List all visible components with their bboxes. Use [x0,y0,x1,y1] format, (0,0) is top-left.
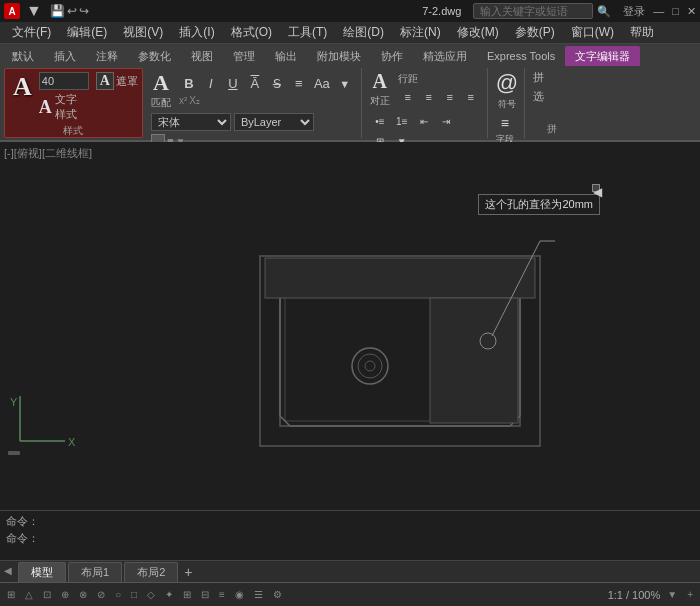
add-tab-button[interactable]: + [180,564,196,580]
override-label[interactable]: 遮罩 [116,74,138,89]
bold-button[interactable]: B [179,75,199,93]
status-lw[interactable]: ◇ [144,589,158,600]
font-select[interactable]: 宋体 [151,113,231,131]
menu-insert[interactable]: 插入(I) [171,22,222,43]
title-menu-icon[interactable]: ▼ [26,2,42,20]
menu-tools[interactable]: 工具(T) [280,22,335,43]
tab-output[interactable]: 输出 [265,46,307,66]
menu-dim[interactable]: 标注(N) [392,22,449,43]
italic-button[interactable]: I [201,75,221,93]
status-prop[interactable]: ☰ [251,589,266,600]
search-icon[interactable]: 🔍 [597,5,611,18]
underline-button[interactable]: U [223,75,243,93]
tab-featured[interactable]: 精选应用 [413,46,477,66]
tab-annotate[interactable]: 注释 [86,46,128,66]
text-style-label[interactable]: 文字样式 [55,92,77,122]
quick-access-undo[interactable]: ↩ [67,4,77,18]
tab-model[interactable]: 模型 [18,562,66,582]
menu-modify[interactable]: 修改(M) [449,22,507,43]
tab-view[interactable]: 视图 [181,46,223,66]
format-more[interactable]: ▼ [335,75,355,93]
tab-addons[interactable]: 附加模块 [307,46,371,66]
indent-increase-button[interactable]: ⇥ [436,112,456,130]
quick-access-redo[interactable]: ↪ [79,4,89,18]
tab-default[interactable]: 默认 [2,46,44,66]
list-bullet-button[interactable]: •≡ [370,112,390,130]
layer-select[interactable]: ByLayer [234,113,314,131]
insert-group: @ 符号 ≡ 字段 插入 [490,68,525,138]
login-button[interactable]: 登录 [623,4,645,19]
align-center-button[interactable]: ≡ [419,88,439,106]
status-lock[interactable]: ◉ [232,589,247,600]
align-right-button[interactable]: ≡ [440,88,460,106]
status-ws[interactable]: ≡ [216,589,228,600]
tab-insert[interactable]: 插入 [44,46,86,66]
options-button[interactable]: 选 [533,89,544,104]
options-group-label: 拼 [533,120,571,136]
status-osnap[interactable]: ⊗ [76,589,90,600]
status-dyn[interactable]: □ [128,589,140,600]
menu-file[interactable]: 文件(F) [4,22,59,43]
menu-help[interactable]: 帮助 [622,22,662,43]
tab-manage[interactable]: 管理 [223,46,265,66]
svg-text:X: X [68,436,76,448]
match-label[interactable]: 匹配 [151,96,171,110]
status-ortho[interactable]: ⊡ [40,589,54,600]
search-input[interactable] [473,3,593,19]
symbol-label[interactable]: 符号 [498,98,516,111]
strikethrough-button[interactable]: S̶ [267,75,287,93]
annotation-text: 这个孔的直径为20mm [478,194,600,215]
align-left-button[interactable]: ≡ [398,88,418,106]
status-trans[interactable]: ✦ [162,589,176,600]
status-ucs[interactable]: ○ [112,589,124,600]
status-sel[interactable]: ⊞ [180,589,194,600]
ribbon-tabs: 默认 插入 注释 参数化 视图 管理 输出 附加模块 协作 精选应用 Expre… [0,44,700,66]
match-icon: A [153,70,169,96]
spell-button[interactable]: 拼 [533,70,544,85]
viewport-scale-button[interactable]: ▼ [664,589,680,600]
tab-layout2[interactable]: 布局2 [124,562,178,582]
model-tabs: ◀ 模型 布局1 布局2 + [0,560,700,582]
menu-window[interactable]: 窗口(W) [563,22,622,43]
command-input-2[interactable] [43,532,694,546]
tab-param[interactable]: 参数化 [128,46,181,66]
tab-layout1[interactable]: 布局1 [68,562,122,582]
add-button[interactable]: + [684,589,696,600]
ribbon-panel: A A 文字样式 A 遮罩 样式 A [0,66,700,142]
list-num-button[interactable]: 1≡ [392,112,412,130]
status-anno[interactable]: ⊟ [198,589,212,600]
line-space-label: 行距 [398,72,481,86]
tab-collab[interactable]: 协作 [371,46,413,66]
scale-indicator: 1:1 / 100% [608,589,661,601]
overline-button[interactable]: Ā [245,75,265,93]
tab-scroll-left[interactable]: ◀ [4,565,16,579]
status-isolate[interactable]: ⚙ [270,589,285,600]
command-input-1[interactable] [43,515,694,529]
text-icon-secondary: A [96,72,114,90]
status-snap[interactable]: ⊞ [4,589,18,600]
style-group: A A 文字样式 A 遮罩 样式 [4,68,143,138]
file-name: 7-2.dwg [422,5,461,17]
caps-button[interactable]: Aa [311,75,333,93]
menu-edit[interactable]: 编辑(E) [59,22,115,43]
menu-format[interactable]: 格式(O) [223,22,280,43]
status-grid[interactable]: △ [22,589,36,600]
menu-param[interactable]: 参数(P) [507,22,563,43]
minimize-button[interactable]: — [653,5,664,17]
text-size-input[interactable] [39,72,89,90]
quick-access-save[interactable]: 💾 [50,4,65,18]
align-justify-button[interactable]: ≡ [461,88,481,106]
font-dropdown[interactable]: ≡ [289,75,309,93]
maximize-button[interactable]: □ [672,5,679,17]
tab-express-tools[interactable]: Express Tools [477,46,565,66]
tab-text-editor[interactable]: 文字编辑器 [565,46,640,66]
svg-point-4 [358,354,382,378]
status-otrack[interactable]: ⊘ [94,589,108,600]
menu-draw[interactable]: 绘图(D) [335,22,392,43]
justify-label[interactable]: 对正 [370,94,390,108]
close-button[interactable]: ✕ [687,5,696,18]
indent-decrease-button[interactable]: ⇤ [414,112,434,130]
status-polar[interactable]: ⊕ [58,589,72,600]
menu-view[interactable]: 视图(V) [115,22,171,43]
font-icon-large: A [9,72,36,102]
